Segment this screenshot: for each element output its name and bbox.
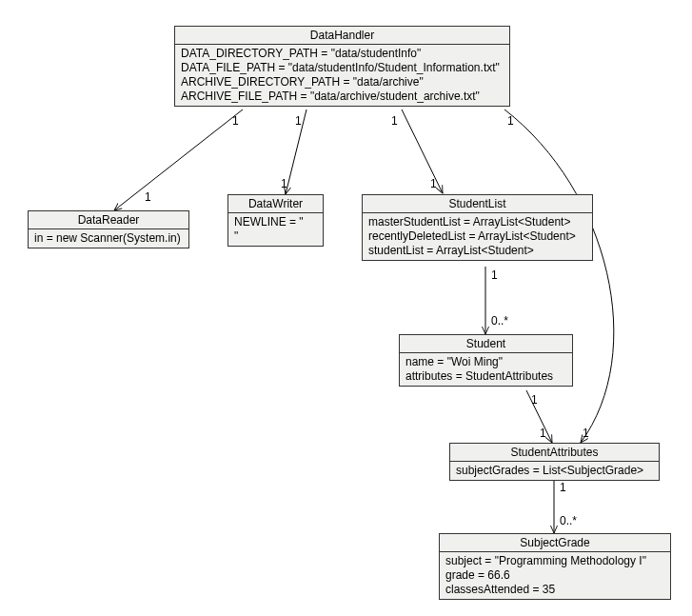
attr: studentList = ArrayList<Student> [368,244,586,258]
class-body: DATA_DIRECTORY_PATH = "data/studentInfo"… [175,45,509,106]
class-title: DataWriter [228,195,323,213]
attr: ARCHIVE_DIRECTORY_PATH = "data/archive" [181,75,504,89]
class-body: masterStudentList = ArrayList<Student> r… [363,213,592,260]
mult-sl-st-dst: 0..* [491,314,508,328]
attr: attributes = StudentAttributes [405,369,566,384]
class-subjectgrade: SubjectGrade subject = "Programming Meth… [439,533,671,600]
mult-dh-sa-dst: 1 [583,427,589,440]
class-studentlist: StudentList masterStudentList = ArrayLis… [362,194,593,261]
class-title: StudentAttributes [450,444,659,462]
class-datahandler: DataHandler DATA_DIRECTORY_PATH = "data/… [174,26,510,107]
class-datawriter: DataWriter NEWLINE = " " [227,194,324,247]
mult-sl-st-src: 1 [491,268,498,282]
mult-sa-sg-dst: 0..* [560,514,577,527]
class-title: DataReader [29,211,188,229]
mult-dh-dw-dst: 1 [281,177,287,190]
class-datareader: DataReader in = new Scanner(System.in) [28,210,189,248]
uml-canvas: DataHandler DATA_DIRECTORY_PATH = "data/… [0,0,692,616]
attr: recentlyDeletedList = ArrayList<Student> [368,229,586,244]
mult-dh-sa-src: 1 [507,114,514,128]
mult-dh-sl-src: 1 [391,114,398,128]
attr: ARCHIVE_FILE_PATH = "data/archive/studen… [181,89,504,104]
mult-dh-dr-src: 1 [232,114,239,128]
class-title: StudentList [363,195,592,213]
mult-dh-dr-dst: 1 [145,190,151,204]
attr: DATA_FILE_PATH = "data/studentInfo/Stude… [181,61,504,75]
mult-st-sa-src: 1 [531,393,538,407]
mult-dh-sl-dst: 1 [430,177,437,190]
attr: in = new Scanner(System.in) [34,231,183,246]
class-title: Student [400,335,572,353]
mult-sa-sg-src: 1 [560,481,566,494]
class-student: Student name = "Woi Ming" attributes = S… [399,334,573,387]
attr: subject = "Programming Methodology I" [445,554,664,568]
attr: " [234,229,317,244]
class-body: in = new Scanner(System.in) [29,229,188,248]
attr: DATA_DIRECTORY_PATH = "data/studentInfo" [181,47,504,61]
mult-st-sa-dst: 1 [540,427,546,440]
attr: masterStudentList = ArrayList<Student> [368,215,586,229]
attr: NEWLINE = " [234,215,317,229]
attr: subjectGrades = List<SubjectGrade> [456,464,653,478]
class-body: NEWLINE = " " [228,213,323,246]
class-body: subject = "Programming Methodology I" gr… [440,552,670,599]
class-title: SubjectGrade [440,534,670,552]
class-body: name = "Woi Ming" attributes = StudentAt… [400,353,572,386]
attr: grade = 66.6 [445,568,664,583]
class-body: subjectGrades = List<SubjectGrade> [450,462,659,480]
mult-dh-dw-src: 1 [295,114,302,128]
attr: name = "Woi Ming" [405,355,566,369]
attr: classesAttended = 35 [445,583,664,597]
class-studentattributes: StudentAttributes subjectGrades = List<S… [449,443,660,481]
class-title: DataHandler [175,27,509,45]
